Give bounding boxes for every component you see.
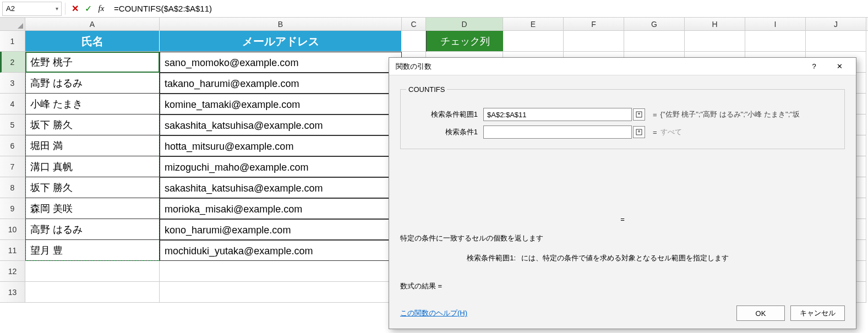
table-cell-name[interactable]: 小峰 たまき: [25, 94, 160, 114]
col-header-I[interactable]: I: [745, 18, 806, 30]
formula-bar-icons: ✕ ✓ fx: [67, 3, 110, 15]
confirm-icon[interactable]: ✓: [82, 3, 94, 15]
table-cell-name[interactable]: 高野 はるみ: [25, 73, 160, 94]
divider: [65, 3, 65, 15]
cancel-icon[interactable]: ✕: [69, 3, 81, 15]
arg-desc-text: には、特定の条件で値を求める対象となるセル範囲を指定します: [521, 253, 729, 263]
row-header-4[interactable]: 4: [0, 94, 25, 114]
table-cell-name[interactable]: 溝口 真帆: [25, 156, 160, 177]
cell[interactable]: [624, 31, 685, 52]
col-header-F[interactable]: F: [564, 18, 624, 30]
name-box[interactable]: ▾: [2, 2, 62, 16]
arg2-evaluation: すべて: [660, 127, 682, 137]
row-header-11[interactable]: 11: [0, 240, 25, 261]
arg2-input[interactable]: [483, 125, 632, 139]
table-cell-mail[interactable]: komine_tamaki@example.com: [160, 94, 402, 114]
row-header-13[interactable]: 13: [0, 282, 25, 303]
col-header-G[interactable]: G: [624, 18, 685, 30]
select-all-corner[interactable]: [0, 18, 25, 30]
col-header-D[interactable]: D: [426, 18, 503, 30]
cell[interactable]: [25, 282, 160, 303]
row-header-5[interactable]: 5: [0, 114, 25, 135]
col-header-E[interactable]: E: [503, 18, 564, 30]
arg1-input[interactable]: [483, 108, 632, 121]
column-headers: A B C D E F G H I J: [0, 18, 868, 31]
dialog-titlebar[interactable]: 関数の引数 ? ✕: [389, 58, 856, 75]
cell[interactable]: [160, 261, 402, 282]
arg2-label: 検索条件1: [406, 127, 483, 137]
cell[interactable]: [685, 31, 745, 52]
row-header-12[interactable]: 12: [0, 261, 25, 282]
table-cell-mail[interactable]: mochiduki_yutaka@example.com: [160, 240, 402, 261]
table-cell-name[interactable]: 佐野 桃子: [25, 52, 160, 73]
header-mail[interactable]: メールアドレス: [160, 31, 402, 52]
col-header-C[interactable]: C: [402, 18, 426, 30]
col-header-A[interactable]: A: [25, 18, 160, 30]
table-cell-mail[interactable]: morioka_misaki@example.com: [160, 198, 402, 219]
header-check[interactable]: チェック列: [426, 31, 503, 52]
fx-icon[interactable]: fx: [95, 3, 107, 15]
ok-button[interactable]: OK: [736, 305, 785, 321]
formula-result: 数式の結果 =: [400, 281, 442, 291]
function-arguments-dialog: 関数の引数 ? ✕ COUNTIFS 検索条件範囲1 = {"佐野 桃子";"高…: [389, 57, 856, 329]
chevron-down-icon[interactable]: ▾: [52, 6, 61, 12]
formula-input[interactable]: [110, 0, 868, 17]
col-header-J[interactable]: J: [806, 18, 866, 30]
col-header-H[interactable]: H: [685, 18, 745, 30]
result-equals: =: [400, 215, 845, 223]
equals-sign: =: [653, 111, 657, 119]
table-cell-name[interactable]: 堀田 満: [25, 135, 160, 156]
row-header-1[interactable]: 1: [0, 31, 25, 52]
col-header-B[interactable]: B: [160, 18, 402, 30]
cell[interactable]: [745, 31, 806, 52]
table-cell-mail[interactable]: sakashita_katsuhisa@example.com: [160, 177, 402, 198]
function-description: 特定の条件に一致するセルの個数を返します: [400, 233, 845, 243]
table-cell-name[interactable]: 森岡 美咲: [25, 198, 160, 219]
table-cell-mail[interactable]: hotta_mitsuru@example.com: [160, 135, 402, 156]
row-header-9[interactable]: 9: [0, 198, 25, 219]
row-header-10[interactable]: 10: [0, 219, 25, 240]
help-icon[interactable]: ?: [802, 59, 826, 74]
name-box-input[interactable]: [3, 4, 52, 13]
table-cell-mail[interactable]: sano_momoko@example.com: [160, 52, 402, 73]
table-cell-mail[interactable]: takano_harumi@example.com: [160, 73, 402, 94]
cell[interactable]: [806, 31, 866, 52]
collapse-range-icon[interactable]: [633, 108, 645, 121]
table-cell-name[interactable]: 坂下 勝久: [25, 177, 160, 198]
row-header-3[interactable]: 3: [0, 73, 25, 94]
arg-desc-label: 検索条件範囲1:: [400, 253, 521, 263]
row-header-8[interactable]: 8: [0, 177, 25, 198]
table-cell-mail[interactable]: sakashita_katsuhisa@example.com: [160, 114, 402, 135]
row-header-6[interactable]: 6: [0, 135, 25, 156]
cell-C1[interactable]: [402, 31, 426, 52]
table-cell-mail[interactable]: kono_harumi@example.com: [160, 219, 402, 240]
table-cell-name[interactable]: 坂下 勝久: [25, 114, 160, 135]
cell[interactable]: [503, 31, 564, 52]
header-name[interactable]: 氏名: [25, 31, 160, 52]
cell[interactable]: [25, 261, 160, 282]
equals-sign: =: [653, 128, 657, 137]
formula-bar: ▾ ✕ ✓ fx: [0, 0, 868, 18]
table-cell-name[interactable]: 望月 豊: [25, 240, 160, 261]
arg1-evaluation: {"佐野 桃子";"高野 はるみ";"小峰 たまき";"坂: [660, 110, 800, 119]
cell[interactable]: [564, 31, 624, 52]
row-header-7[interactable]: 7: [0, 156, 25, 177]
arg1-label: 検索条件範囲1: [406, 110, 483, 119]
cell[interactable]: [160, 282, 402, 303]
table-cell-mail[interactable]: mizoguchi_maho@example.com: [160, 156, 402, 177]
row-header-2[interactable]: 2: [0, 52, 25, 73]
dialog-title: 関数の引数: [396, 62, 432, 72]
collapse-range-icon[interactable]: [633, 126, 645, 138]
close-icon[interactable]: ✕: [827, 59, 851, 74]
function-help-link[interactable]: この関数のヘルプ(H): [400, 308, 467, 318]
cancel-button[interactable]: キャンセル: [790, 305, 845, 321]
function-name: COUNTIFS: [406, 85, 447, 94]
table-cell-name[interactable]: 高野 はるみ: [25, 219, 160, 240]
